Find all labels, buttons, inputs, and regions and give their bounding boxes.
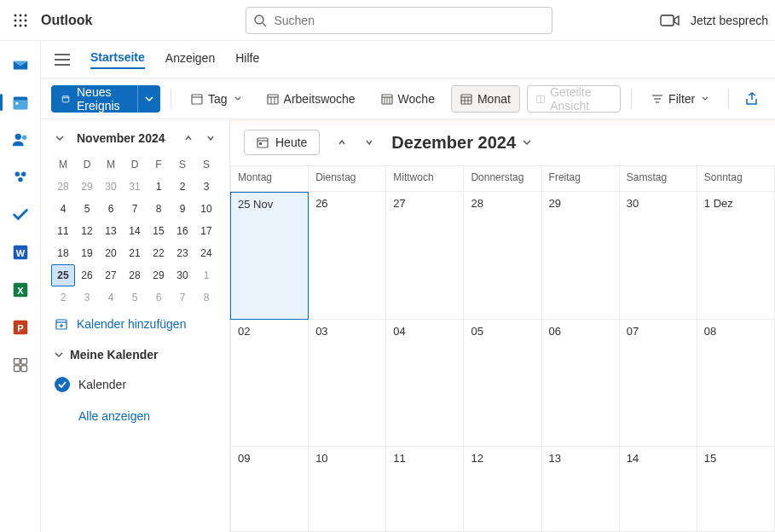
calendar-day-cell[interactable]: 28 bbox=[464, 192, 541, 320]
calendar-icon[interactable] bbox=[10, 92, 31, 113]
view-workweek-button[interactable]: Arbeitswoche bbox=[257, 85, 365, 113]
excel-icon[interactable]: X bbox=[10, 280, 31, 300]
mini-calendar-day[interactable]: 14 bbox=[123, 220, 147, 242]
tab-home[interactable]: Startseite bbox=[90, 50, 145, 69]
groups-icon[interactable] bbox=[10, 167, 31, 188]
view-month-button[interactable]: Monat bbox=[451, 85, 520, 113]
mini-calendar-day[interactable]: 19 bbox=[75, 242, 99, 264]
show-all-link[interactable]: Alle anzeigen bbox=[75, 399, 219, 433]
calendar-day-cell[interactable]: 15 bbox=[697, 447, 775, 532]
calendar-day-cell[interactable]: 11 bbox=[386, 447, 464, 532]
mini-calendar-day[interactable]: 30 bbox=[99, 176, 123, 198]
mini-calendar-day[interactable]: 27 bbox=[99, 264, 123, 286]
mini-calendar-day[interactable]: 13 bbox=[99, 220, 123, 242]
powerpoint-icon[interactable]: P bbox=[10, 317, 31, 338]
calendar-day-cell[interactable]: 03 bbox=[309, 320, 386, 448]
meet-now-icon[interactable] bbox=[660, 14, 680, 27]
people-icon[interactable] bbox=[10, 130, 31, 150]
app-launcher-icon[interactable] bbox=[7, 7, 34, 34]
calendar-day-cell[interactable]: 08 bbox=[697, 320, 775, 448]
hamburger-icon[interactable] bbox=[55, 54, 70, 66]
mini-calendar-day[interactable]: 17 bbox=[194, 220, 218, 242]
calendar-day-cell[interactable]: 04 bbox=[386, 320, 464, 448]
todo-icon[interactable] bbox=[10, 205, 31, 225]
mini-calendar-day[interactable]: 25 bbox=[51, 264, 75, 286]
search-input[interactable] bbox=[274, 14, 545, 27]
calendar-day-cell[interactable]: 14 bbox=[620, 447, 697, 532]
calendar-month-title[interactable]: Dezember 2024 bbox=[391, 133, 531, 153]
share-icon[interactable] bbox=[739, 86, 765, 112]
mail-icon[interactable] bbox=[10, 55, 31, 75]
mini-calendar-day[interactable]: 18 bbox=[51, 242, 75, 264]
mini-calendar-day[interactable]: 5 bbox=[123, 286, 147, 309]
mini-calendar-day[interactable]: 8 bbox=[194, 286, 218, 309]
calendar-day-cell[interactable]: 02 bbox=[230, 320, 309, 448]
calendar-day-cell[interactable]: 13 bbox=[542, 447, 620, 532]
mini-calendar-day[interactable]: 30 bbox=[171, 264, 194, 286]
mini-calendar-day[interactable]: 9 bbox=[171, 198, 194, 220]
mini-calendar-day[interactable]: 23 bbox=[171, 242, 194, 264]
mini-calendar-day[interactable]: 16 bbox=[171, 220, 194, 242]
calendar-day-cell[interactable]: 07 bbox=[620, 320, 697, 448]
new-event-button[interactable]: Neues Ereignis bbox=[51, 85, 160, 113]
calendar-item[interactable]: Kalender bbox=[51, 370, 219, 399]
mini-calendar-day[interactable]: 12 bbox=[75, 220, 99, 242]
add-calendar-link[interactable]: Kalender hinzufügen bbox=[51, 309, 219, 339]
mini-calendar-day[interactable]: 4 bbox=[51, 198, 75, 220]
filter-button[interactable]: Filter bbox=[642, 85, 718, 113]
mini-calendar-day[interactable]: 29 bbox=[75, 176, 99, 198]
mini-calendar-day[interactable]: 24 bbox=[194, 242, 218, 264]
mini-calendar-day[interactable]: 5 bbox=[75, 198, 99, 220]
view-day-button[interactable]: Tag bbox=[182, 85, 251, 113]
prev-month-icon[interactable] bbox=[180, 130, 197, 147]
tab-view[interactable]: Anzeigen bbox=[165, 51, 215, 68]
calendar-day-cell[interactable]: 29 bbox=[542, 192, 620, 320]
mini-calendar-day[interactable]: 11 bbox=[51, 220, 75, 242]
calendar-day-cell[interactable]: 10 bbox=[309, 447, 386, 532]
calendar-day-cell[interactable]: 12 bbox=[464, 447, 541, 532]
mini-calendar-day[interactable]: 3 bbox=[75, 286, 99, 309]
mini-calendar-day[interactable]: 4 bbox=[99, 286, 123, 309]
mini-calendar-day[interactable]: 29 bbox=[147, 264, 171, 286]
prev-period-icon[interactable] bbox=[330, 130, 354, 154]
mini-calendar-day[interactable]: 3 bbox=[194, 176, 218, 198]
mini-calendar-day[interactable]: 15 bbox=[147, 220, 171, 242]
mini-calendar-day[interactable]: 10 bbox=[194, 198, 218, 220]
mini-calendar-day[interactable]: 20 bbox=[99, 242, 123, 264]
mini-calendar-day[interactable]: 26 bbox=[75, 264, 99, 286]
mini-calendar-day[interactable]: 6 bbox=[99, 198, 123, 220]
meet-now-label[interactable]: Jetzt besprech bbox=[691, 14, 768, 27]
word-icon[interactable]: W bbox=[10, 242, 31, 263]
calendar-day-cell[interactable]: 30 bbox=[620, 192, 697, 320]
next-month-icon[interactable] bbox=[202, 130, 219, 147]
mini-calendar-day[interactable]: 2 bbox=[51, 286, 75, 309]
mini-calendar-day[interactable]: 28 bbox=[123, 264, 147, 286]
calendar-day-cell[interactable]: 27 bbox=[386, 192, 464, 320]
new-event-dropdown[interactable] bbox=[137, 85, 160, 113]
calendar-day-cell[interactable]: 26 bbox=[309, 192, 386, 320]
mini-calendar-day[interactable]: 8 bbox=[147, 198, 171, 220]
mini-calendar-day[interactable]: 1 bbox=[147, 176, 171, 198]
mini-calendar-day[interactable]: 28 bbox=[51, 176, 75, 198]
my-calendars-section[interactable]: Meine Kalender bbox=[51, 339, 219, 370]
tab-help[interactable]: Hilfe bbox=[235, 51, 259, 68]
mini-calendar-day[interactable]: 31 bbox=[123, 176, 147, 198]
today-button[interactable]: Heute bbox=[244, 130, 320, 155]
calendar-checkbox-icon[interactable] bbox=[55, 377, 70, 392]
mini-calendar-day[interactable]: 7 bbox=[123, 198, 147, 220]
mini-calendar-day[interactable]: 2 bbox=[171, 176, 194, 198]
chevron-down-icon[interactable] bbox=[51, 130, 68, 147]
calendar-day-cell[interactable]: 1 Dez bbox=[697, 192, 775, 320]
mini-calendar-day[interactable]: 1 bbox=[194, 264, 218, 286]
mini-calendar-day[interactable]: 21 bbox=[123, 242, 147, 264]
search-box[interactable] bbox=[246, 7, 552, 34]
next-period-icon[interactable] bbox=[357, 130, 381, 154]
more-apps-icon[interactable] bbox=[10, 355, 31, 375]
mini-calendar-day[interactable]: 6 bbox=[147, 286, 171, 309]
mini-calendar-day[interactable]: 22 bbox=[147, 242, 171, 264]
mini-calendar-day[interactable]: 7 bbox=[171, 286, 194, 309]
calendar-day-cell[interactable]: 25 Nov bbox=[230, 192, 309, 320]
calendar-day-cell[interactable]: 06 bbox=[542, 320, 620, 448]
calendar-day-cell[interactable]: 09 bbox=[230, 447, 309, 532]
calendar-day-cell[interactable]: 05 bbox=[464, 320, 541, 448]
